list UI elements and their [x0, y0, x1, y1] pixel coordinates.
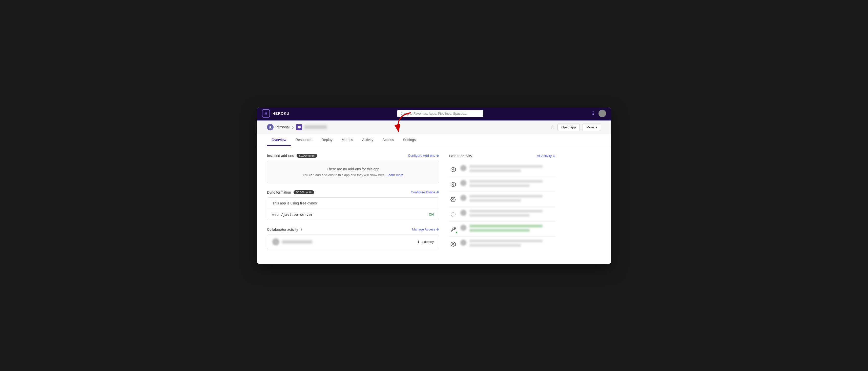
app-window: H HEROKU ⠿ Personal ❯ ☆ Open app — [257, 107, 611, 264]
activity-item — [449, 207, 555, 222]
more-button[interactable]: More ▾ — [583, 124, 601, 131]
learn-more-link[interactable]: Learn more — [387, 173, 403, 177]
activity-content — [469, 195, 555, 203]
activity-user-avatar — [460, 165, 466, 171]
addons-empty-box: There are no add-ons for this app You ca… — [267, 161, 439, 183]
gear-icon — [449, 195, 457, 203]
configure-addons-link[interactable]: Configure Add-ons ⊕ — [408, 154, 439, 158]
addons-title: Installed add-ons $0.00/month — [267, 154, 317, 158]
nav-tabs-wrapper: Overview Resources Deploy Metrics Activi… — [257, 134, 611, 146]
activity-text-blur — [469, 195, 542, 198]
addons-header: Installed add-ons $0.00/month Configure … — [267, 154, 439, 158]
collab-user-left — [272, 238, 312, 245]
activity-text-blur — [469, 165, 542, 168]
activity-content — [469, 180, 555, 189]
tab-overview[interactable]: Overview — [267, 134, 291, 146]
dyno-status-badge: ON — [429, 212, 434, 216]
dyno-box: This app is using free dynos web /javtub… — [267, 197, 439, 221]
wrench-hex-icon-2 — [449, 240, 457, 248]
svg-marker-7 — [451, 242, 456, 246]
upload-icon — [449, 166, 457, 174]
addons-price-badge: $0.00/month — [297, 154, 317, 158]
activity-user-avatar — [460, 180, 466, 186]
topbar-left: H HEROKU — [262, 109, 289, 117]
activity-text-blur — [469, 180, 542, 183]
favorite-star-icon[interactable]: ☆ — [550, 124, 554, 130]
activity-user-avatar — [460, 225, 466, 231]
svg-point-5 — [453, 199, 454, 200]
apps-grid-icon[interactable]: ⠿ — [591, 111, 594, 116]
activity-item — [449, 192, 555, 207]
account-avatar-icon — [267, 124, 274, 130]
activity-header: Latest activity All Activity ⊕ — [449, 154, 555, 158]
activity-user-avatar — [460, 195, 466, 201]
tab-metrics[interactable]: Metrics — [337, 134, 358, 146]
tab-settings[interactable]: Settings — [398, 134, 420, 146]
build-success-icon — [449, 225, 457, 233]
activity-text-blur — [469, 225, 542, 228]
activity-user-avatar — [460, 240, 466, 246]
deploy-info: ⬆ 1 deploy — [417, 240, 434, 244]
breadcrumb-personal[interactable]: Personal — [276, 125, 289, 129]
activity-content — [469, 165, 555, 174]
activity-title: Latest activity — [449, 154, 472, 158]
topbar: H HEROKU ⠿ — [257, 107, 611, 121]
activity-text-blur — [469, 210, 542, 212]
activity-item — [449, 162, 555, 177]
collaborator-section: Collaborator activity ℹ Manage Access ⊕ … — [267, 228, 439, 249]
configure-addons-icon: ⊕ — [436, 154, 439, 158]
nav-tabs: Overview Resources Deploy Metrics Activi… — [257, 134, 611, 146]
manage-access-link[interactable]: Manage Access ⊕ — [412, 228, 439, 231]
success-dot — [455, 231, 458, 234]
user-avatar[interactable] — [598, 110, 606, 117]
topbar-right: ⠿ — [591, 110, 606, 117]
breadcrumb-bar: Personal ❯ ☆ Open app More ▾ — [257, 121, 611, 134]
wrench-hex-icon — [449, 180, 457, 189]
tab-resources[interactable]: Resources — [291, 134, 317, 146]
open-app-button[interactable]: Open app — [557, 124, 580, 131]
dyno-free-row: This app is using free dynos — [267, 198, 439, 209]
all-activity-icon: ⊕ — [553, 154, 555, 158]
heroku-brand: HEROKU — [273, 111, 289, 115]
breadcrumb-left: Personal ❯ — [267, 124, 327, 130]
breadcrumb-chevron: ❯ — [291, 125, 294, 129]
heroku-logo-icon: H — [262, 109, 270, 117]
activity-text-blur — [469, 214, 530, 217]
dyno-section: Dyno formation $0.00/month Configure Dyn… — [267, 190, 439, 221]
configure-dynos-link[interactable]: Configure Dynos ⊕ — [411, 190, 439, 194]
dyno-title: Dyno formation $0.00/month — [267, 190, 314, 194]
activity-item — [449, 177, 555, 192]
deploy-upload-icon: ⬆ — [417, 240, 420, 244]
tab-activity[interactable]: Activity — [358, 134, 378, 146]
collab-title: Collaborator activity ℹ — [267, 228, 302, 232]
activity-text-blur — [469, 244, 521, 247]
no-addons-title: There are no add-ons for this app — [273, 167, 433, 171]
manage-access-icon: ⊕ — [436, 228, 439, 231]
breadcrumb-right: ☆ Open app More ▾ — [550, 124, 601, 131]
dyno-header: Dyno formation $0.00/month Configure Dyn… — [267, 190, 439, 194]
configure-dynos-icon: ⊕ — [436, 190, 439, 194]
collab-avatar — [272, 238, 279, 245]
app-name-blurred — [304, 125, 327, 129]
collab-header: Collaborator activity ℹ Manage Access ⊕ — [267, 228, 439, 232]
dyno-price-badge: $0.00/month — [293, 190, 314, 194]
activity-content — [469, 210, 555, 218]
app-icon — [296, 124, 302, 130]
activity-text-blur — [469, 184, 530, 187]
svg-point-6 — [451, 212, 456, 216]
activity-content — [469, 240, 555, 248]
dyno-web-name: web /javtube-server — [272, 212, 313, 216]
all-activity-link[interactable]: All Activity ⊕ — [537, 154, 555, 158]
svg-marker-4 — [451, 182, 456, 187]
left-panel: Installed add-ons $0.00/month Configure … — [267, 154, 439, 256]
search-input[interactable] — [397, 110, 483, 117]
tab-access[interactable]: Access — [378, 134, 398, 146]
collab-name-blurred — [282, 240, 312, 243]
main-content: Installed add-ons $0.00/month Configure … — [257, 146, 611, 264]
svg-marker-1 — [298, 126, 301, 129]
activity-text-blur — [469, 199, 521, 202]
addons-section: Installed add-ons $0.00/month Configure … — [267, 154, 439, 183]
tab-deploy[interactable]: Deploy — [317, 134, 337, 146]
activity-text-blur — [469, 229, 530, 232]
collab-box: ⬆ 1 deploy — [267, 235, 439, 249]
